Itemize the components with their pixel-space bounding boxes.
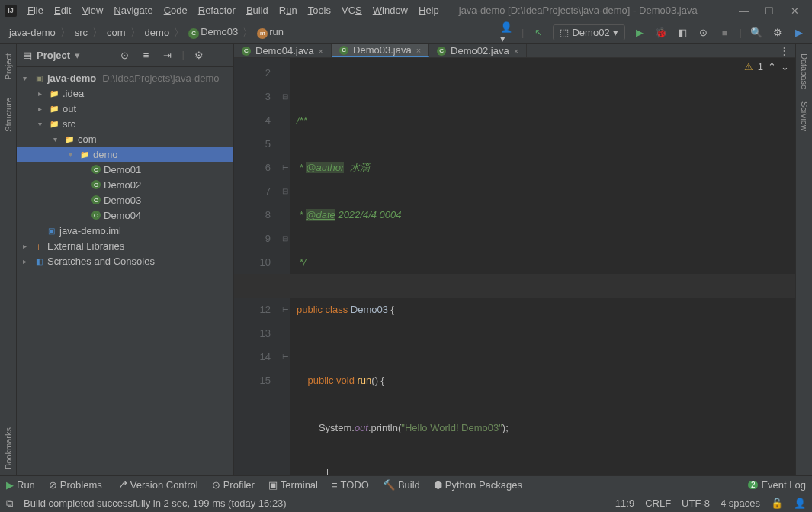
gear-icon[interactable]: ⚙ (192, 49, 206, 63)
bottom-tool-bar: ▶Run ⊘Problems ⎇Version Control ⊙Profile… (0, 475, 812, 494)
menu-tools[interactable]: Tools (303, 3, 335, 18)
status-eol[interactable]: CRLF (645, 498, 671, 509)
menu-file[interactable]: File (23, 3, 48, 18)
expand-all-icon[interactable]: ≡ (140, 49, 153, 63)
tool-python[interactable]: ⬢Python Packages (434, 479, 522, 491)
coverage-icon[interactable]: ◧ (676, 26, 689, 40)
tree-file-demo02[interactable]: CDemo02 (17, 177, 233, 192)
menu-vcs[interactable]: VCS (337, 3, 367, 18)
crumb-demo[interactable]: demo (142, 25, 173, 40)
build-icon[interactable]: ↖ (531, 26, 545, 40)
tool-eventlog[interactable]: 2Event Log (748, 479, 806, 491)
run-config-selector[interactable]: ⬚ Demo02 ▾ (553, 24, 624, 40)
lock-icon[interactable]: 🔓 (771, 498, 783, 509)
navigation-bar: java-demo〉 src〉 com〉 demo〉 CDemo03〉 mrun… (0, 21, 812, 44)
editor-area: CDemo04.java× CDemo03.java× CDemo02.java… (234, 44, 795, 475)
tree-scratches[interactable]: ▸◧Scratches and Consoles (17, 253, 233, 269)
collapse-all-icon[interactable]: ⇥ (161, 49, 175, 63)
tool-build[interactable]: 🔨Build (383, 479, 420, 491)
status-message: Build completed successfully in 2 sec, 1… (24, 498, 287, 509)
rail-sciview[interactable]: SciView (800, 95, 809, 137)
code-editor[interactable]: 23456789101112131415 ⊟⊢⊟⊟⊢⊢ /** * @autho… (234, 58, 795, 475)
tabs-menu-icon[interactable]: ⋮ (773, 44, 795, 57)
add-user-icon[interactable]: 👤▾ (500, 26, 514, 40)
menu-run[interactable]: Run (274, 3, 302, 18)
rail-structure[interactable]: Structure (4, 92, 13, 138)
tab-close-icon[interactable]: × (416, 46, 421, 55)
right-tool-rail: Database SciView (795, 44, 812, 475)
chevron-down-icon[interactable]: ⌄ (781, 61, 789, 72)
menu-window[interactable]: Window (368, 3, 412, 18)
menu-code[interactable]: Code (159, 3, 192, 18)
status-toggle-icon[interactable]: ⧉ (6, 498, 13, 510)
select-file-icon[interactable]: ⊙ (118, 49, 132, 63)
main-menu: File Edit View Navigate Code Refactor Bu… (23, 3, 444, 18)
debug-icon[interactable]: 🐞 (654, 26, 668, 40)
status-indent[interactable]: 4 spaces (721, 498, 760, 509)
menu-help[interactable]: Help (414, 3, 444, 18)
tool-run[interactable]: ▶Run (6, 479, 35, 491)
rail-project[interactable]: Project (4, 47, 13, 85)
tab-demo04[interactable]: CDemo04.java× (234, 44, 332, 57)
maximize-icon[interactable]: ☐ (765, 5, 775, 16)
fold-column[interactable]: ⊟⊢⊟⊟⊢⊢ (280, 58, 290, 475)
tree-file-demo04[interactable]: CDemo04 (17, 208, 233, 223)
menu-view[interactable]: View (77, 3, 108, 18)
crumb-class[interactable]: CDemo03 (185, 24, 241, 40)
minimize-icon[interactable]: — (739, 5, 749, 16)
tool-todo[interactable]: ≡TODO (332, 479, 369, 491)
tree-external-libs[interactable]: ▸⫼External Libraries (17, 238, 233, 253)
window-title: java-demo [D:\IdeaProjects\java-demo] - … (459, 5, 698, 16)
tool-terminal[interactable]: ▣Terminal (268, 479, 318, 491)
close-icon[interactable]: ✕ (791, 5, 801, 16)
crumb-src[interactable]: src (72, 25, 91, 40)
chevron-up-icon[interactable]: ⌃ (768, 61, 776, 72)
tree-root[interactable]: ▾▣java-demoD:\IdeaProjects\java-demo (17, 70, 233, 85)
tree-demo[interactable]: ▾📁demo (17, 147, 233, 162)
run-config-icon: ⬚ (560, 27, 569, 38)
tree-idea[interactable]: ▸📁.idea (17, 85, 233, 101)
inspector-icon[interactable]: 👤 (794, 498, 806, 509)
tool-vcs[interactable]: ⎇Version Control (116, 479, 198, 491)
code-content[interactable]: /** * @author 水滴 * @date 2022/4/4 0004 *… (290, 58, 795, 475)
app-logo-icon: IJ (5, 5, 17, 17)
tree-src[interactable]: ▾📁src (17, 116, 233, 131)
run-icon[interactable]: ▶ (633, 26, 647, 40)
tree-file-demo01[interactable]: CDemo01 (17, 162, 233, 177)
editor-inspection-status[interactable]: ⚠ 1 ⌃ ⌄ (744, 61, 789, 72)
tree-out[interactable]: ▸📁out (17, 101, 233, 116)
project-tool-icon: ▤ (23, 50, 32, 61)
learn-icon[interactable]: ▶ (792, 26, 806, 40)
tree-iml[interactable]: ▣java-demo.iml (17, 223, 233, 238)
menu-edit[interactable]: Edit (50, 3, 75, 18)
crumb-method[interactable]: mrun (254, 24, 287, 40)
tree-file-demo03[interactable]: CDemo03 (17, 192, 233, 208)
tool-profiler[interactable]: ⊙Profiler (212, 479, 255, 491)
warning-count: 1 (758, 61, 763, 72)
titlebar: IJ File Edit View Navigate Code Refactor… (0, 0, 812, 21)
tab-demo02[interactable]: CDemo02.java× (429, 44, 527, 57)
menu-navigate[interactable]: Navigate (109, 3, 157, 18)
sidebar-title[interactable]: Project (37, 50, 70, 61)
tab-demo03[interactable]: CDemo03.java× (332, 44, 429, 57)
crumb-project[interactable]: java-demo (6, 25, 59, 40)
stop-icon[interactable]: ■ (718, 26, 732, 40)
tree-com[interactable]: ▾📁com (17, 131, 233, 147)
editor-tabs: CDemo04.java× CDemo03.java× CDemo02.java… (234, 44, 795, 58)
menu-build[interactable]: Build (242, 3, 273, 18)
status-caret-pos[interactable]: 11:9 (615, 498, 634, 509)
crumb-com[interactable]: com (104, 25, 129, 40)
warning-icon: ⚠ (744, 61, 753, 72)
hide-icon[interactable]: — (213, 49, 227, 63)
search-icon[interactable]: 🔍 (749, 26, 763, 40)
rail-bookmarks[interactable]: Bookmarks (4, 421, 13, 475)
chevron-down-icon[interactable]: ▾ (75, 50, 80, 61)
tool-problems[interactable]: ⊘Problems (49, 479, 102, 491)
tab-close-icon[interactable]: × (319, 47, 323, 56)
settings-icon[interactable]: ⚙ (771, 26, 785, 40)
status-encoding[interactable]: UTF-8 (682, 498, 710, 509)
profile-icon[interactable]: ⊙ (697, 26, 711, 40)
tab-close-icon[interactable]: × (514, 47, 518, 56)
menu-refactor[interactable]: Refactor (194, 3, 240, 18)
rail-database[interactable]: Database (800, 47, 809, 95)
